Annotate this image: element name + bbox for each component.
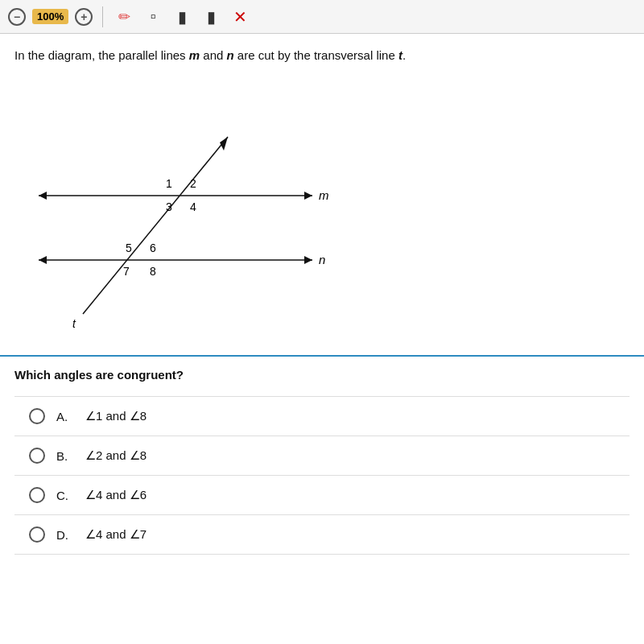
svg-text:8: 8 <box>150 265 156 278</box>
diagram-container: m n t 1 2 3 <box>14 76 630 334</box>
radio-b[interactable] <box>29 448 45 464</box>
geometry-diagram: m n t 1 2 3 <box>14 76 353 334</box>
svg-text:5: 5 <box>126 242 132 254</box>
svg-text:2: 2 <box>190 177 196 190</box>
svg-text:1: 1 <box>166 177 172 190</box>
svg-text:n: n <box>319 253 325 266</box>
svg-text:3: 3 <box>166 200 172 213</box>
radio-c[interactable] <box>29 487 45 503</box>
choice-a-letter: A. <box>56 410 74 423</box>
choice-a[interactable]: A. ∠1 and ∠8 <box>14 396 630 436</box>
close-icon[interactable]: ✕ <box>229 6 251 28</box>
svg-text:t: t <box>72 317 76 330</box>
choice-b-text: ∠2 and ∠8 <box>85 448 147 463</box>
svg-line-8 <box>83 137 228 314</box>
svg-text:6: 6 <box>150 242 156 254</box>
svg-marker-9 <box>220 137 228 151</box>
svg-marker-2 <box>39 192 47 200</box>
choice-c-letter: C. <box>56 489 74 502</box>
toolbar: − 100% + ✏ ▫ ▮ ▮ ✕ <box>0 0 644 34</box>
zoom-in-button[interactable]: + <box>75 8 93 26</box>
radio-d[interactable] <box>29 526 45 543</box>
pencil-icon[interactable]: ✏ <box>113 6 135 28</box>
choice-d-letter: D. <box>56 528 74 542</box>
svg-marker-6 <box>39 256 47 264</box>
problem-text: In the diagram, the parallel lines m and… <box>14 47 630 64</box>
choice-a-text: ∠1 and ∠8 <box>85 409 147 423</box>
eraser-icon[interactable]: ▫ <box>142 6 164 28</box>
choice-d-text: ∠4 and ∠7 <box>85 527 147 542</box>
svg-text:4: 4 <box>190 200 196 213</box>
choice-d[interactable]: D. ∠4 and ∠7 <box>14 515 630 555</box>
book-icon[interactable]: ▮ <box>171 6 193 28</box>
svg-text:7: 7 <box>123 265 130 278</box>
zoom-display: 100% <box>32 9 68 24</box>
choices-list: A. ∠1 and ∠8 B. ∠2 and ∠8 C. ∠4 and ∠6 D… <box>14 396 630 555</box>
document-icon[interactable]: ▮ <box>200 6 222 28</box>
svg-text:m: m <box>319 188 329 202</box>
choice-b[interactable]: B. ∠2 and ∠8 <box>14 436 630 476</box>
question-section: Which angles are congruent? A. ∠1 and ∠8… <box>0 357 644 555</box>
separator-1 <box>102 6 103 27</box>
plus-icon: + <box>80 10 87 23</box>
choice-b-letter: B. <box>56 449 74 463</box>
radio-a[interactable] <box>29 408 45 424</box>
question-label: Which angles are congruent? <box>14 368 630 382</box>
zoom-out-button[interactable]: − <box>8 8 26 26</box>
svg-marker-1 <box>304 192 312 200</box>
zoom-label: 100% <box>37 10 64 23</box>
choice-c-text: ∠4 and ∠6 <box>85 488 147 502</box>
choice-c[interactable]: C. ∠4 and ∠6 <box>14 476 630 515</box>
minus-icon: − <box>14 10 20 23</box>
problem-content: In the diagram, the parallel lines m and… <box>0 34 644 357</box>
svg-marker-5 <box>304 256 312 264</box>
